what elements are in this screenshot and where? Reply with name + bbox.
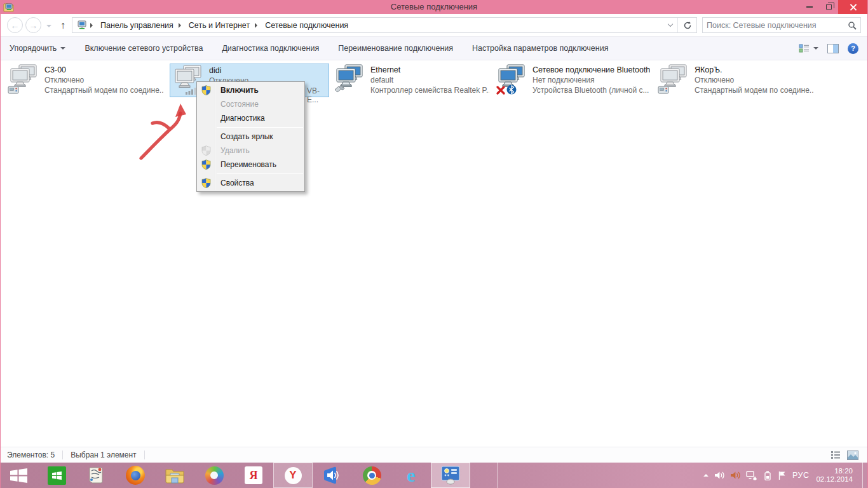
menu-item-status: Состояние [197,97,304,111]
menu-item-properties[interactable]: Свойства [197,176,304,190]
thumbnail-view-toggle-icon[interactable] [847,451,858,460]
updater-app-icon [205,466,224,485]
search-icon [848,21,857,30]
status-separator [144,451,145,459]
taskbar-ie-button[interactable]: e [391,463,431,488]
modem-connection-icon [8,64,39,95]
volume-tray-icon[interactable] [714,471,724,480]
address-bar: ← → ↑ Панель управления Сеть и Интернет … [1,14,867,37]
breadcrumb-separator-icon [255,23,260,28]
context-menu: Включить Состояние Диагностика Создать я… [196,81,305,192]
organize-button[interactable]: Упорядочить [10,44,65,53]
details-view-toggle-icon[interactable] [831,451,841,459]
address-box[interactable]: Панель управления Сеть и Интернет Сетевы… [72,17,697,33]
taskbar-divider [497,463,498,488]
chrome-icon [363,466,381,485]
refresh-icon [683,21,692,30]
taskbar-updater-button[interactable] [194,463,234,488]
show-desktop-button[interactable] [862,463,867,488]
yandex-icon: Я [245,466,262,484]
connection-device: Контроллер семейства Realtek P... [370,85,489,95]
connection-name: didi [209,65,248,76]
search-box[interactable] [702,17,861,33]
uac-shield-icon [201,178,211,188]
clock[interactable]: 18:20 02.12.2014 [816,467,853,484]
connection-tile-ethernet[interactable]: Ethernet default Контроллер семейства Re… [332,64,491,97]
preview-pane-button[interactable] [827,44,839,53]
network-tray-icon[interactable] [746,471,757,480]
menu-separator [217,127,303,128]
restore-button[interactable] [819,0,838,14]
menu-item-create-shortcut[interactable]: Создать ярлык [197,130,304,144]
search-input[interactable] [707,21,848,30]
windows-logo-icon [10,468,27,483]
taskbar-store-button[interactable] [37,463,76,488]
connection-status: default [370,75,489,85]
battery-tray-icon[interactable] [763,471,772,480]
items-count: Элементов: 5 [7,451,55,459]
uac-shield-icon [201,159,211,170]
taskbar: Я Y e [0,463,868,488]
preview-pane-icon [827,44,839,53]
rename-command[interactable]: Переименование подключения [338,44,453,53]
modem-connection-icon [658,64,689,95]
volume-mixer-tray-icon[interactable] [730,471,740,480]
change-view-button[interactable] [799,44,818,53]
help-button[interactable]: ? [848,43,858,54]
refresh-button[interactable] [677,18,696,32]
connection-tile-bluetooth[interactable]: Сетевое подключение Bluetooth Нет подклю… [494,64,653,97]
connection-device: Стандартный модем по соедине... [695,85,813,95]
taskbar-firefox-button[interactable] [116,463,155,488]
network-connections-window: Сетевые подключения ← → ↑ Панель управле… [0,0,868,488]
diagnose-command[interactable]: Диагностика подключения [222,44,319,53]
signal-bars-icon [186,88,196,95]
taskbar-yandex-button[interactable]: Я [234,463,273,488]
close-button[interactable] [838,0,867,14]
connection-name: Сетевое подключение Bluetooth [532,65,650,75]
menu-item-enable[interactable]: Включить [197,83,304,97]
chevron-down-icon [813,47,818,52]
change-settings-command[interactable]: Настройка параметров подключения [472,44,608,53]
connection-name: ЯКорЪ. [695,65,813,75]
breadcrumb-network-connections[interactable]: Сетевые подключения [261,18,352,32]
language-indicator[interactable]: РУС [792,471,810,480]
taskbar-chrome-button[interactable] [352,463,391,488]
address-dropdown-icon[interactable] [663,24,677,26]
details-view-icon [799,44,810,53]
hidden-icons-chevron-icon[interactable] [703,471,709,477]
window-title: Сетевые подключения [1,2,867,11]
connection-name: Ethernet [370,65,489,75]
taskbar-control-panel-button[interactable] [431,463,470,488]
breadcrumb-control-panel[interactable]: Панель управления [97,18,177,32]
ethernet-connection-icon [334,64,365,95]
system-tray: РУС 18:20 02.12.2014 [703,463,868,488]
command-bar: Упорядочить Включение сетевого устройств… [1,37,867,60]
up-button[interactable]: ↑ [60,20,65,31]
windows-store-icon [48,466,66,485]
taskbar-volume-app-button[interactable] [313,463,352,488]
chevron-down-icon [60,47,65,52]
forward-button[interactable]: → [25,17,41,33]
connection-tile-yakor[interactable]: ЯКорЪ. Отключено Стандартный модем по со… [656,64,815,97]
taskbar-journal-button[interactable] [76,463,116,488]
connection-device-fragment: VB-E... [307,86,329,104]
back-button[interactable]: ← [7,17,23,33]
volume-app-icon [323,466,341,484]
menu-item-diagnostics[interactable]: Диагностика [197,111,304,125]
start-button[interactable] [0,463,37,488]
minimize-button[interactable] [800,0,819,14]
enable-device-command[interactable]: Включение сетевого устройства [85,44,203,53]
recent-pages-dropdown-icon[interactable] [46,25,51,30]
connection-status: Нет подключения [532,75,650,85]
menu-item-rename[interactable]: Переименовать [197,158,304,172]
taskbar-yandex-browser-button[interactable]: Y [273,463,313,488]
menu-item-delete: Удалить [197,144,304,158]
action-center-flag-icon[interactable] [778,471,787,480]
connection-tile-c3-00[interactable]: C3-00 Отключено Стандартный модем по сое… [6,64,165,97]
location-icon [76,20,88,30]
breadcrumb-separator-icon [179,23,184,28]
breadcrumb-network-internet[interactable]: Сеть и Интернет [185,18,254,32]
taskbar-explorer-button[interactable] [155,463,194,488]
status-bar: Элементов: 5 Выбран 1 элемент [1,447,867,463]
selection-count: Выбран 1 элемент [71,451,136,459]
